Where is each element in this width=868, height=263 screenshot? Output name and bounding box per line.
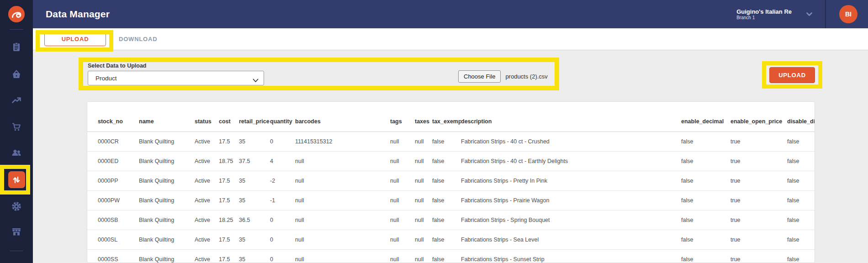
cell-description: Fabrications Strips - Sea Level	[461, 230, 681, 249]
cell-description: Fabrications Strips - Sunset Strip	[461, 249, 681, 263]
store-icon	[11, 226, 22, 237]
cell-cost: 17.5	[219, 171, 239, 190]
table-row: 0000PWBlank QuiltingActive17.535-1nullnu…	[87, 190, 815, 210]
chevron-down-icon[interactable]	[806, 10, 812, 18]
column-header-quantity: quantity	[270, 102, 295, 132]
shopping-cart-icon	[11, 121, 22, 132]
cell-tax_exempt: false	[432, 210, 461, 230]
table-row: 0000CRBlank QuiltingActive17.53501114153…	[87, 132, 815, 151]
sidebar-item-reports[interactable]	[0, 42, 33, 53]
cell-disable_disc: false	[787, 151, 815, 171]
cell-enable_decimal: false	[681, 210, 730, 230]
cell-enable_decimal: false	[681, 171, 730, 190]
cell-quantity: 0	[270, 132, 295, 151]
cell-quantity: -2	[270, 171, 295, 190]
tab-download[interactable]: DOWNLOAD	[119, 36, 157, 42]
cell-tags: null	[390, 230, 415, 249]
basket-icon	[11, 69, 22, 80]
cell-description: Fabrication Strips - 40 ct - Crushed	[461, 132, 681, 151]
cell-quantity: 0	[270, 210, 295, 230]
cell-cost: 18.75	[219, 151, 239, 171]
file-input-group: Choose File products (2).csv	[458, 70, 548, 83]
column-header-stock_no: stock_no	[87, 102, 139, 132]
company-name: Guigino's Italian Re	[736, 8, 792, 15]
cell-status: Active	[195, 190, 219, 210]
cell-taxes: null	[415, 132, 432, 151]
data-transfer-active-background	[8, 171, 25, 188]
avatar[interactable]: BI	[839, 5, 857, 23]
table-header-row: stock_nonamestatuscostretail_pricequanti…	[87, 102, 815, 132]
cell-retail_price: 35	[239, 230, 270, 249]
cell-stock_no: 0000SS	[87, 249, 139, 263]
cell-name: Blank Quilting	[139, 171, 195, 190]
cell-barcodes: null	[295, 210, 390, 230]
table-row: 0000SLBlank QuiltingActive17.5350nullnul…	[87, 230, 815, 249]
cell-enable_open_price: true	[730, 230, 787, 249]
app-logo[interactable]	[0, 5, 33, 23]
cell-quantity: 0	[270, 249, 295, 263]
cell-description: Fabrication Strips - 40 ct - Earthly Del…	[461, 151, 681, 171]
cell-name: Blank Quilting	[139, 230, 195, 249]
sidebar-item-store[interactable]	[0, 226, 33, 237]
cell-stock_no: 0000PW	[87, 190, 139, 210]
cell-stock_no: 0000PP	[87, 171, 139, 190]
column-header-enable_open_price: enable_open_price	[730, 102, 787, 132]
cell-name: Blank Quilting	[139, 132, 195, 151]
upload-button[interactable]: UPLOAD	[769, 67, 815, 83]
data-type-select[interactable]: Product	[88, 71, 264, 85]
cell-enable_open_price: true	[730, 132, 787, 151]
cell-enable_open_price: true	[730, 171, 787, 190]
cell-tags: null	[390, 171, 415, 190]
cell-barcodes: null	[295, 230, 390, 249]
cell-description: Fabrications Strips - Prairie Wagon	[461, 190, 681, 210]
cell-enable_decimal: false	[681, 230, 730, 249]
sidebar-item-analytics[interactable]	[0, 95, 33, 106]
top-bar: Data Manager Guigino's Italian Re Branch…	[33, 0, 868, 28]
sidebar-item-sales[interactable]	[0, 121, 33, 132]
selected-file-name: products (2).csv	[505, 73, 547, 80]
sidebar-divider-top	[0, 29, 33, 30]
cell-quantity: 4	[270, 151, 295, 171]
cell-taxes: null	[415, 190, 432, 210]
table-row: 0000EDBlank QuiltingActive18.7537.54null…	[87, 151, 815, 171]
sidebar-item-data-manager[interactable]	[0, 171, 33, 188]
cell-tax_exempt: false	[432, 132, 461, 151]
data-preview-table: stock_nonamestatuscostretail_pricequanti…	[87, 102, 815, 263]
cell-description: Fabrications Strips - Pretty In Pink	[461, 171, 681, 190]
cell-tax_exempt: false	[432, 151, 461, 171]
cell-status: Active	[195, 171, 219, 190]
cell-taxes: null	[415, 249, 432, 263]
cell-quantity: 0	[270, 230, 295, 249]
cell-stock_no: 0000ED	[87, 151, 139, 171]
column-header-retail_price: retail_price	[239, 102, 270, 132]
cell-barcodes: null	[295, 190, 390, 210]
tab-upload[interactable]: UPLOAD	[44, 32, 106, 46]
cell-name: Blank Quilting	[139, 249, 195, 263]
cell-disable_disc: false	[787, 249, 815, 263]
cell-enable_open_price: true	[730, 210, 787, 230]
cell-status: Active	[195, 230, 219, 249]
cell-cost: 18.25	[219, 210, 239, 230]
sidebar-item-settings[interactable]	[0, 201, 33, 212]
sidebar-item-products[interactable]	[0, 69, 33, 80]
cell-name: Blank Quilting	[139, 190, 195, 210]
cell-tags: null	[390, 132, 415, 151]
swirl-logo-icon	[8, 5, 25, 23]
cell-cost: 17.5	[219, 230, 239, 249]
select-data-label: Select Data to Upload	[88, 63, 147, 69]
cell-status: Active	[195, 210, 219, 230]
choose-file-button[interactable]: Choose File	[458, 70, 501, 83]
column-header-enable_decimal: enable_decimal	[681, 102, 730, 132]
cell-tax_exempt: false	[432, 190, 461, 210]
company-selector[interactable]: Guigino's Italian Re Branch 1	[736, 8, 792, 21]
table-row: 0000SBBlank QuiltingActive18.2536.50null…	[87, 210, 815, 230]
topbar-right-group: Guigino's Italian Re Branch 1 BI	[736, 0, 868, 28]
cell-cost: 17.5	[219, 249, 239, 263]
cell-tax_exempt: false	[432, 171, 461, 190]
cell-name: Blank Quilting	[139, 210, 195, 230]
sidebar-item-customers[interactable]	[0, 147, 33, 158]
column-header-status: status	[195, 102, 219, 132]
column-header-tax_exempt: tax_exempt	[432, 102, 461, 132]
cell-taxes: null	[415, 151, 432, 171]
cell-retail_price: 35	[239, 132, 270, 151]
